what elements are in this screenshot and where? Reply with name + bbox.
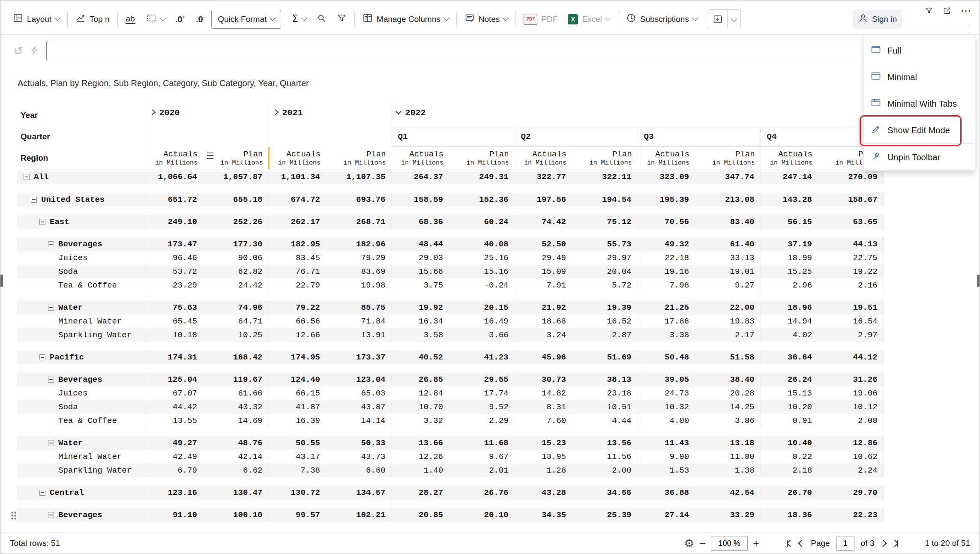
data-cell[interactable]: 1.38 bbox=[695, 464, 761, 477]
data-cell[interactable]: 38.13 bbox=[572, 373, 638, 386]
data-cell[interactable]: 2.18 bbox=[761, 464, 818, 477]
data-cell[interactable]: 11.68 bbox=[449, 436, 515, 450]
row-label[interactable]: East bbox=[17, 215, 146, 229]
data-cell[interactable]: 15.09 bbox=[515, 265, 572, 278]
data-cell[interactable]: 41.87 bbox=[269, 400, 326, 414]
data-cell[interactable]: 53.72 bbox=[146, 265, 203, 278]
open-in-new-window-button[interactable] bbox=[943, 6, 951, 15]
data-cell[interactable]: 19.39 bbox=[572, 301, 638, 314]
measure-header-actuals[interactable]: Actualsin Millions bbox=[638, 147, 695, 170]
data-cell[interactable]: 5.72 bbox=[572, 278, 638, 292]
data-cell[interactable]: 14.69 bbox=[203, 414, 269, 428]
data-cell[interactable]: 16.49 bbox=[449, 314, 515, 328]
increase-decimal-button[interactable]: .0+ bbox=[170, 9, 191, 30]
data-cell[interactable]: 65.45 bbox=[146, 314, 203, 328]
data-cell[interactable]: 125.04 bbox=[146, 373, 203, 386]
data-cell[interactable]: 3.24 bbox=[515, 328, 572, 342]
data-cell[interactable]: 10.40 bbox=[761, 436, 818, 450]
data-cell[interactable]: 49.32 bbox=[638, 237, 695, 251]
data-cell[interactable]: 75.12 bbox=[572, 215, 638, 229]
chevron-right-icon[interactable] bbox=[272, 109, 278, 115]
row-label[interactable]: Soda bbox=[17, 400, 146, 414]
data-cell[interactable]: 119.67 bbox=[203, 373, 269, 386]
data-cell[interactable]: 10.20 bbox=[761, 400, 818, 414]
menu-item-minimal[interactable]: Minimal bbox=[863, 64, 975, 90]
data-cell[interactable]: 4.02 bbox=[761, 328, 818, 342]
data-cell[interactable]: 42.54 bbox=[695, 486, 761, 500]
data-cell[interactable]: 10.51 bbox=[572, 400, 638, 414]
data-cell[interactable]: 22.23 bbox=[818, 508, 884, 522]
data-cell[interactable]: 20.10 bbox=[449, 508, 515, 522]
data-cell[interactable]: 18.99 bbox=[761, 251, 818, 265]
data-cell[interactable]: 13.95 bbox=[515, 450, 572, 464]
data-cell[interactable]: 16.39 bbox=[269, 414, 326, 428]
data-cell[interactable]: 20.15 bbox=[449, 301, 515, 314]
rename-button[interactable]: ab bbox=[120, 9, 141, 30]
add-view-menu-button[interactable] bbox=[727, 10, 740, 29]
data-cell[interactable]: 11.43 bbox=[638, 436, 695, 450]
data-cell[interactable]: 3.86 bbox=[695, 414, 761, 428]
data-cell[interactable]: 9.90 bbox=[638, 450, 695, 464]
data-cell[interactable]: 1.53 bbox=[638, 464, 695, 477]
row-label[interactable]: Soda bbox=[17, 265, 146, 278]
data-cell[interactable]: 65.03 bbox=[326, 386, 392, 400]
data-cell[interactable]: 50.33 bbox=[326, 436, 392, 450]
data-cell[interactable]: 7.98 bbox=[638, 278, 695, 292]
collapse-icon[interactable] bbox=[39, 354, 45, 360]
last-page-button[interactable] bbox=[892, 540, 898, 547]
data-cell[interactable]: 12.26 bbox=[392, 450, 449, 464]
data-cell[interactable]: 61.40 bbox=[695, 237, 761, 251]
data-cell[interactable]: 41.23 bbox=[449, 350, 515, 364]
data-cell[interactable]: 6.79 bbox=[146, 464, 203, 477]
data-cell[interactable]: 322.11 bbox=[572, 170, 638, 184]
data-cell[interactable]: 44.13 bbox=[818, 237, 884, 251]
data-cell[interactable]: 48.76 bbox=[203, 436, 269, 450]
data-cell[interactable]: -0.24 bbox=[449, 278, 515, 292]
aggregation-button[interactable]: Σ bbox=[287, 9, 312, 30]
excel-export-button[interactable]: X Excel bbox=[563, 9, 615, 30]
data-cell[interactable]: 14.82 bbox=[515, 386, 572, 400]
measure-header-plan[interactable]: Planin Millions bbox=[572, 147, 638, 170]
data-cell[interactable]: 70.56 bbox=[638, 215, 695, 229]
data-cell[interactable]: 34.35 bbox=[515, 508, 572, 522]
measure-header-plan[interactable]: Planin Millions bbox=[203, 147, 269, 170]
data-cell[interactable]: 45.96 bbox=[515, 350, 572, 364]
data-cell[interactable]: 22.18 bbox=[638, 251, 695, 265]
data-cell[interactable]: 1.28 bbox=[515, 464, 572, 477]
data-cell[interactable]: 7.38 bbox=[269, 464, 326, 477]
data-cell[interactable]: 75.63 bbox=[146, 301, 203, 314]
data-cell[interactable]: 177.30 bbox=[203, 237, 269, 251]
data-cell[interactable]: 1,066.64 bbox=[146, 170, 203, 184]
data-cell[interactable]: 2.00 bbox=[572, 464, 638, 477]
data-cell[interactable]: 100.10 bbox=[203, 508, 269, 522]
data-cell[interactable]: 29.55 bbox=[449, 373, 515, 386]
data-cell[interactable]: 4.00 bbox=[638, 414, 695, 428]
data-cell[interactable]: 15.23 bbox=[515, 436, 572, 450]
subscriptions-button[interactable]: Subscriptions bbox=[621, 9, 702, 30]
data-cell[interactable]: 18.36 bbox=[761, 508, 818, 522]
quarter-q1-header[interactable]: Q1 bbox=[392, 127, 515, 147]
data-cell[interactable]: 2.97 bbox=[818, 328, 884, 342]
column-menu-icon[interactable] bbox=[207, 153, 213, 159]
data-cell[interactable]: 3.75 bbox=[392, 278, 449, 292]
data-cell[interactable]: 19.51 bbox=[818, 301, 884, 314]
data-cell[interactable]: 19.92 bbox=[392, 301, 449, 314]
notes-button[interactable]: Notes bbox=[459, 9, 513, 30]
data-cell[interactable]: 38.40 bbox=[695, 373, 761, 386]
collapse-icon[interactable] bbox=[31, 197, 37, 203]
data-cell[interactable]: 2.29 bbox=[449, 414, 515, 428]
data-cell[interactable]: 51.58 bbox=[695, 350, 761, 364]
more-options-button[interactable]: ⋯ bbox=[961, 9, 971, 13]
data-cell[interactable]: 31.26 bbox=[818, 373, 884, 386]
data-cell[interactable]: 23.18 bbox=[572, 386, 638, 400]
data-cell[interactable]: 323.09 bbox=[638, 170, 695, 184]
data-cell[interactable]: 40.52 bbox=[392, 350, 449, 364]
data-cell[interactable]: 347.74 bbox=[695, 170, 761, 184]
data-cell[interactable]: 83.45 bbox=[269, 251, 326, 265]
row-label[interactable]: Beverages bbox=[17, 373, 146, 386]
data-cell[interactable]: 44.12 bbox=[818, 350, 884, 364]
collapse-icon[interactable] bbox=[39, 490, 45, 496]
row-label[interactable]: Juices bbox=[17, 386, 146, 400]
data-cell[interactable]: 14.94 bbox=[761, 314, 818, 328]
data-cell[interactable]: 1,107.35 bbox=[326, 170, 392, 184]
